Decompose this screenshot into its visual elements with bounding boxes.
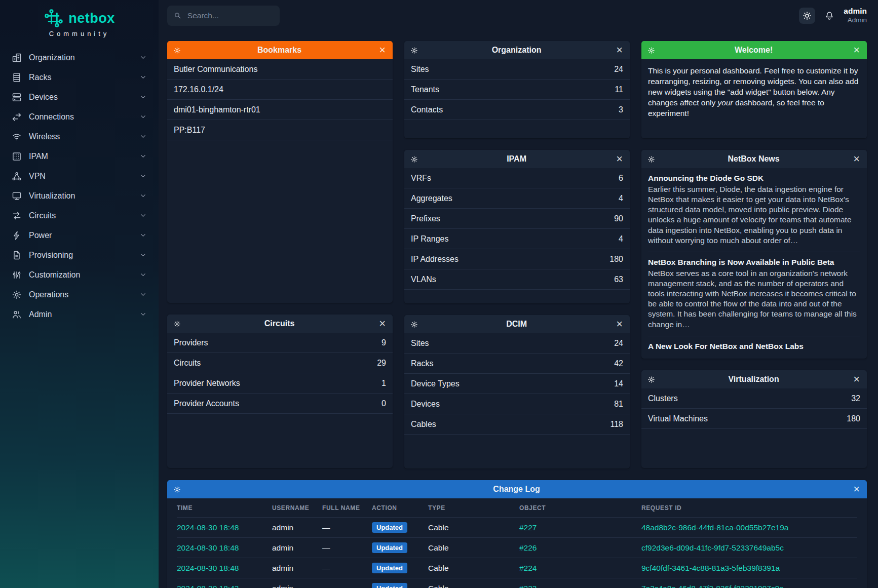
sidebar-item-connections[interactable]: Connections <box>5 107 154 127</box>
widget-close-button[interactable]: × <box>852 484 861 495</box>
sidebar-item-virtualization[interactable]: Virtualization <box>5 186 154 206</box>
stat-label: Racks <box>411 359 433 368</box>
widget-close-button[interactable]: × <box>852 45 861 56</box>
brand[interactable]: netbox Community <box>0 8 159 37</box>
changelog-request-link[interactable]: cf92d3e6-d09d-41fc-9fd7-52337649ab5c <box>641 543 857 553</box>
notifications-button[interactable] <box>824 11 834 21</box>
stat-value: 11 <box>615 85 623 94</box>
stat-value: 118 <box>610 420 623 429</box>
sidebar-item-wireless[interactable]: Wireless <box>5 127 154 146</box>
widget-config-button[interactable] <box>173 486 181 493</box>
sidebar-item-ipam[interactable]: IPAM <box>5 146 154 166</box>
widget-netbox-news: NetBox News × Announcing the Diode Go SD… <box>641 150 867 359</box>
widget-config-button[interactable] <box>410 47 418 54</box>
widget-title: Bookmarks <box>181 46 378 55</box>
chevron-down-icon <box>139 291 147 298</box>
gear-icon <box>410 155 418 163</box>
changelog-object-link[interactable]: #226 <box>519 543 641 553</box>
widget-close-button[interactable]: × <box>615 153 624 165</box>
bookmark-link[interactable]: Butler Communications <box>167 59 393 80</box>
widget-config-button[interactable] <box>410 321 418 328</box>
stat-row[interactable]: Device Types14 <box>404 374 630 394</box>
stat-row[interactable]: IP Addresses180 <box>404 249 630 269</box>
widget-close-button[interactable]: × <box>852 153 861 165</box>
sidebar-item-operations[interactable]: Operations <box>5 285 154 304</box>
widget-header: DCIM × <box>404 315 630 333</box>
stat-row[interactable]: Aggregates4 <box>404 188 630 209</box>
stat-row[interactable]: Racks42 <box>404 354 630 374</box>
bookmark-link[interactable]: 172.16.0.1/24 <box>167 80 393 100</box>
stat-row[interactable]: Cables118 <box>404 414 630 435</box>
stat-label: Virtual Machines <box>648 414 708 423</box>
changelog-time-link[interactable]: 2024-08-30 18:48 <box>177 564 272 573</box>
widget-close-button[interactable]: × <box>615 319 624 330</box>
sidebar-item-racks[interactable]: Racks <box>5 67 154 87</box>
stat-value: 24 <box>614 65 623 74</box>
user-menu[interactable]: admin Admin <box>844 7 867 24</box>
widget-config-button[interactable] <box>647 376 655 383</box>
changelog-object-link[interactable]: #224 <box>519 564 641 573</box>
widget-circuits: Circuits × Providers9 Circuits29 Provide… <box>167 315 393 468</box>
stat-row[interactable]: Providers9 <box>167 333 393 353</box>
changelog-object-link[interactable]: #227 <box>519 523 641 532</box>
widget-config-button[interactable] <box>647 47 655 54</box>
changelog-request-link[interactable]: 9cf40fdf-3461-4c88-81a3-5feb39f8391a <box>641 564 857 573</box>
changelog-row: 2024-08-30 18:48 admin — Updated Cable #… <box>177 558 857 578</box>
stat-row[interactable]: Provider Networks1 <box>167 373 393 394</box>
wifi-icon <box>12 132 22 142</box>
widget-close-button[interactable]: × <box>615 45 624 56</box>
stat-value: 180 <box>847 414 860 423</box>
sidebar-item-circuits[interactable]: Circuits <box>5 206 154 225</box>
changelog-fullname: — <box>322 564 372 573</box>
widget-config-button[interactable] <box>410 155 418 163</box>
widget-config-button[interactable] <box>173 320 181 328</box>
bookmark-link[interactable]: PP:B117 <box>167 120 393 140</box>
news-article-title[interactable]: NetBox Branching is Now Available in Pub… <box>648 258 860 267</box>
sidebar-item-vpn[interactable]: VPN <box>5 166 154 186</box>
stat-value: 81 <box>614 400 623 409</box>
bookmark-link[interactable]: dmi01-binghamton-rtr01 <box>167 100 393 120</box>
theme-toggle-button[interactable] <box>799 8 815 24</box>
changelog-time-link[interactable]: 2024-08-30 18:48 <box>177 543 272 553</box>
stat-row[interactable]: VLANs63 <box>404 269 630 290</box>
stat-row[interactable]: Clusters32 <box>641 388 867 409</box>
changelog-action: Updated <box>372 522 428 533</box>
sidebar-item-customization[interactable]: Customization <box>5 265 154 285</box>
news-article-title[interactable]: Announcing the Diode Go SDK <box>648 174 860 183</box>
stat-row[interactable]: Sites24 <box>404 59 630 80</box>
widget-config-button[interactable] <box>647 155 655 163</box>
stat-row[interactable]: Sites24 <box>404 333 630 354</box>
sidebar-item-devices[interactable]: Devices <box>5 87 154 107</box>
widget-close-button[interactable]: × <box>852 374 861 385</box>
widget-column-3: Welcome! × This is your personal dashboa… <box>641 41 867 468</box>
sidebar-item-power[interactable]: Power <box>5 225 154 245</box>
bell-icon <box>824 11 834 21</box>
widget-close-button[interactable]: × <box>378 45 387 56</box>
widget-close-button[interactable]: × <box>378 318 387 329</box>
stat-row[interactable]: Prefixes90 <box>404 209 630 229</box>
stat-row[interactable]: Provider Accounts0 <box>167 394 393 414</box>
changelog-request-link[interactable]: 7e3c4a8c-46d8-47f3-836f-f82301997c9a <box>641 584 857 588</box>
stat-row[interactable]: IP Ranges4 <box>404 229 630 249</box>
stat-row[interactable]: Circuits29 <box>167 353 393 373</box>
document-icon <box>12 250 22 260</box>
stat-row[interactable]: Virtual Machines180 <box>641 409 867 429</box>
sidebar-item-admin[interactable]: Admin <box>5 304 154 324</box>
global-search[interactable] <box>167 6 280 26</box>
sidebar-item-provisioning[interactable]: Provisioning <box>5 245 154 265</box>
stat-row[interactable]: Tenants11 <box>404 80 630 100</box>
news-article-title[interactable]: A New Look For NetBox and NetBox Labs <box>648 342 860 351</box>
search-input[interactable] <box>186 11 273 21</box>
changelog-object-link[interactable]: #223 <box>519 584 641 588</box>
widget-header: Welcome! × <box>641 41 867 59</box>
stat-row[interactable]: Contacts3 <box>404 100 630 120</box>
changelog-time-link[interactable]: 2024-08-30 18:43 <box>177 584 272 588</box>
widget-config-button[interactable] <box>173 47 181 54</box>
stat-row[interactable]: Devices81 <box>404 394 630 414</box>
chevron-down-icon <box>139 54 147 61</box>
stat-row[interactable]: VRFs6 <box>404 168 630 188</box>
changelog-request-link[interactable]: 48ad8b2c-986d-44fd-81ca-00d55b27e19a <box>641 523 857 532</box>
changelog-time-link[interactable]: 2024-08-30 18:48 <box>177 523 272 532</box>
sidebar-item-organization[interactable]: Organization <box>5 48 154 67</box>
widget-header: IPAM × <box>404 150 630 168</box>
